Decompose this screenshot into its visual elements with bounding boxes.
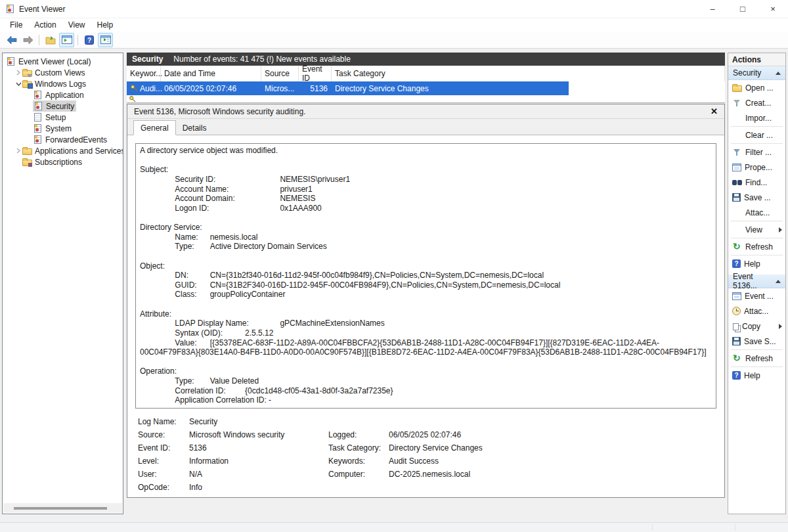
actions-section-event-5136[interactable]: Event 5136... xyxy=(728,275,785,288)
log-header-bar: Security Number of events: 41 475 (!) Ne… xyxy=(127,53,725,66)
action-clear-log[interactable]: Clear ... xyxy=(728,127,785,143)
collapse-section-icon[interactable] xyxy=(776,280,781,283)
windows-logs-folder-icon xyxy=(22,81,32,88)
column-header-event-id[interactable]: Event ID xyxy=(299,66,332,81)
event-viewer-app-icon xyxy=(7,5,14,13)
tree-item-forwardedevents[interactable]: ForwardedEvents xyxy=(3,134,123,145)
column-header-source[interactable]: Source xyxy=(261,66,299,81)
field-event-id-label: Event ID: xyxy=(138,443,189,453)
tree-item-application[interactable]: Application xyxy=(3,89,123,100)
submenu-arrow-icon xyxy=(779,324,782,329)
field-computer-label: Computer: xyxy=(328,470,389,479)
event-row-task-category: Directory Service Changes xyxy=(332,84,569,93)
no-icon xyxy=(732,114,742,123)
show-hide-action-pane-icon[interactable] xyxy=(98,33,113,47)
field-opcode-value: Info xyxy=(189,483,328,492)
actions-panel: Actions Security Open ... Creat... Impor… xyxy=(728,53,786,514)
show-hide-console-tree-icon[interactable] xyxy=(59,33,74,47)
actions-section-security[interactable]: Security xyxy=(728,66,785,80)
action-attach-task-to-event[interactable]: Attac... xyxy=(728,303,785,319)
action-attach-task[interactable]: Attac... xyxy=(728,205,785,220)
help-icon xyxy=(732,371,741,380)
open-saved-log-icon[interactable] xyxy=(43,33,58,47)
action-help-event[interactable]: Help xyxy=(728,368,785,383)
log-title: Security xyxy=(132,55,163,64)
copy-icon xyxy=(733,323,739,330)
tab-details[interactable]: Details xyxy=(176,121,213,135)
field-opcode-label: OpCode: xyxy=(138,483,189,492)
actions-separator xyxy=(731,255,783,255)
action-properties[interactable]: Prope... xyxy=(728,160,785,175)
tree-item-subscriptions[interactable]: Subscriptions xyxy=(3,156,123,167)
action-help-log[interactable]: Help xyxy=(728,256,785,271)
tree-item-applications-and-services-logs[interactable]: Applications and Services Lo xyxy=(3,145,123,156)
menu-file[interactable]: File xyxy=(4,19,28,31)
save-disk-icon xyxy=(732,193,741,202)
tab-general[interactable]: General xyxy=(133,120,176,135)
action-event-properties[interactable]: Event ... xyxy=(728,288,785,303)
menu-action[interactable]: Action xyxy=(28,19,62,31)
chevron-right-icon[interactable] xyxy=(14,70,22,76)
field-log-name-label: Log Name: xyxy=(138,417,189,426)
no-icon xyxy=(732,131,742,140)
tree-item-event-viewer-local[interactable]: Event Viewer (Local) xyxy=(3,56,123,67)
tree-horizontal-scrollbar[interactable] xyxy=(3,503,122,513)
column-header-task-category[interactable]: Task Category xyxy=(332,66,725,81)
action-copy-submenu[interactable]: Copy xyxy=(728,319,785,334)
action-import-custom-view[interactable]: Impor... xyxy=(728,110,785,125)
tree-item-setup[interactable]: Setup xyxy=(3,112,123,123)
menu-view[interactable]: View xyxy=(62,19,91,31)
help-icon xyxy=(732,259,741,268)
log-subtitle: Number of events: 41 475 (!) New events … xyxy=(173,55,350,64)
actions-separator xyxy=(731,366,783,367)
tree-item-custom-views[interactable]: Custom Views xyxy=(3,67,123,78)
action-find[interactable]: Find... xyxy=(728,175,785,190)
chevron-down-icon[interactable] xyxy=(14,81,22,87)
event-detail-pane: Event 5136, Microsoft Windows security a… xyxy=(127,104,725,498)
event-row-selected[interactable]: Audi... 06/05/2025 02:07:46 Micros... 51… xyxy=(127,81,569,95)
chevron-right-icon[interactable] xyxy=(14,148,22,154)
key-icon xyxy=(129,95,137,102)
menu-help[interactable]: Help xyxy=(91,19,120,31)
actions-separator xyxy=(731,221,783,221)
action-refresh-log[interactable]: Refresh xyxy=(728,239,785,254)
column-header-keywords[interactable]: Keywor... xyxy=(127,66,161,81)
field-user-value: N/A xyxy=(189,470,328,479)
tree-item-system[interactable]: System xyxy=(3,123,123,134)
forward-arrow-icon[interactable] xyxy=(20,33,35,47)
collapse-section-icon[interactable] xyxy=(776,72,781,75)
action-filter-current-log[interactable]: Filter ... xyxy=(728,144,785,160)
action-save-all-events[interactable]: Save ... xyxy=(728,190,785,205)
tree-item-windows-logs[interactable]: Windows Logs xyxy=(3,78,123,89)
custom-views-folder-icon xyxy=(22,70,32,77)
apps-services-folder-icon xyxy=(22,148,32,155)
help-icon[interactable]: ? xyxy=(81,33,97,47)
field-source-value: Microsoft Windows security xyxy=(189,430,328,439)
column-header-date-and-time[interactable]: Date and Time xyxy=(161,66,261,81)
event-message-box[interactable]: A directory service object was modified.… xyxy=(135,143,716,409)
actions-panel-title: Actions xyxy=(728,53,785,66)
field-keywords-value: Audit Success xyxy=(389,456,714,466)
action-view-submenu[interactable]: View xyxy=(728,222,785,237)
tree-item-security[interactable]: Security xyxy=(3,100,123,112)
back-arrow-icon[interactable] xyxy=(4,33,19,47)
properties-icon xyxy=(732,292,741,300)
close-button[interactable]: × xyxy=(758,0,788,18)
actions-separator xyxy=(731,143,783,144)
tree-scrollbar-thumb[interactable] xyxy=(14,507,107,510)
toolbar-separator xyxy=(77,35,78,45)
maximize-button[interactable]: □ xyxy=(728,0,758,18)
field-keywords-label: Keywords: xyxy=(328,456,389,466)
close-detail-icon[interactable]: ✕ xyxy=(711,106,718,116)
field-logged-value: 06/05/2025 02:07:46 xyxy=(389,430,714,439)
properties-icon xyxy=(732,164,741,171)
minimize-button[interactable]: – xyxy=(697,0,728,18)
forwardedevents-log-icon xyxy=(34,135,41,144)
open-folder-icon xyxy=(732,85,742,92)
action-save-selected-events[interactable]: Save S... xyxy=(728,334,785,349)
event-row-partially-visible[interactable] xyxy=(127,95,725,102)
action-create-custom-view[interactable]: Creat... xyxy=(728,95,785,110)
action-refresh-event[interactable]: Refresh xyxy=(728,351,785,366)
event-list-header-row: Keywor... Date and Time Source Event ID … xyxy=(127,66,725,81)
action-open-saved-log[interactable]: Open ... xyxy=(728,80,785,95)
